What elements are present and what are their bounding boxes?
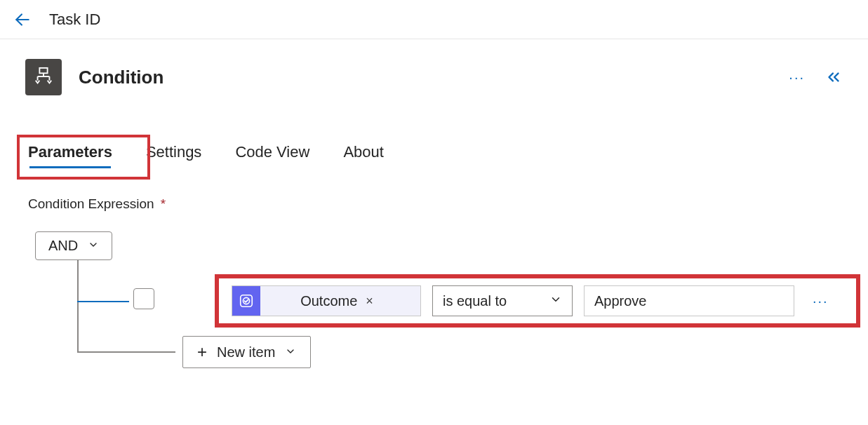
svg-rect-1 — [39, 68, 47, 74]
card-header: Condition ··· — [0, 39, 868, 95]
collapse-button[interactable] — [824, 68, 843, 86]
tree-horizontal-line-1 — [77, 301, 129, 302]
remove-token-button[interactable]: × — [366, 294, 373, 309]
operator-label: is equal to — [443, 293, 507, 309]
tab-settings[interactable]: Settings — [146, 143, 202, 167]
row-checkbox[interactable] — [133, 288, 154, 309]
arrow-left-icon — [13, 11, 32, 29]
tab-parameters[interactable]: Parameters — [28, 143, 112, 167]
header-actions: ··· — [789, 68, 843, 86]
new-item-button[interactable]: + New item — [182, 336, 311, 368]
logic-operator-dropdown[interactable]: AND — [35, 231, 112, 260]
value-input[interactable] — [584, 285, 794, 316]
page-title: Task ID — [49, 11, 100, 29]
field-token[interactable]: Outcome × — [232, 285, 421, 316]
chevron-down-icon — [549, 293, 562, 309]
field-name-text: Outcome — [300, 293, 357, 309]
tab-codeview[interactable]: Code View — [235, 143, 309, 167]
chevron-down-icon — [88, 238, 99, 254]
condition-icon — [33, 67, 54, 88]
condition-node-icon — [25, 59, 62, 95]
section-label: Condition Expression * — [0, 167, 868, 212]
tab-about[interactable]: About — [343, 143, 384, 167]
condition-fields: Outcome × is equal to ··· — [232, 285, 829, 316]
operator-dropdown[interactable]: is equal to — [432, 285, 573, 316]
row-more-button[interactable]: ··· — [813, 293, 829, 309]
plus-icon: + — [197, 342, 207, 362]
field-token-label: Outcome × — [260, 286, 420, 316]
chevron-down-icon — [285, 344, 296, 360]
tabs: Parameters Settings Code View About — [0, 95, 868, 167]
top-bar: Task ID — [0, 0, 868, 39]
node-title: Condition — [79, 67, 163, 88]
dynamic-content-icon — [232, 286, 260, 316]
new-item-label: New item — [217, 344, 275, 360]
tree-vertical-line — [77, 260, 79, 353]
required-mark: * — [161, 196, 166, 211]
logic-operator-label: AND — [48, 238, 78, 254]
tree-horizontal-line-2 — [77, 351, 175, 353]
chevron-double-left-icon — [824, 68, 843, 86]
back-button[interactable] — [11, 8, 34, 31]
condition-expression-label: Condition Expression — [28, 196, 154, 211]
condition-tree: AND Outcome × — [0, 212, 868, 260]
more-button[interactable]: ··· — [789, 70, 805, 84]
condition-row — [133, 288, 154, 309]
